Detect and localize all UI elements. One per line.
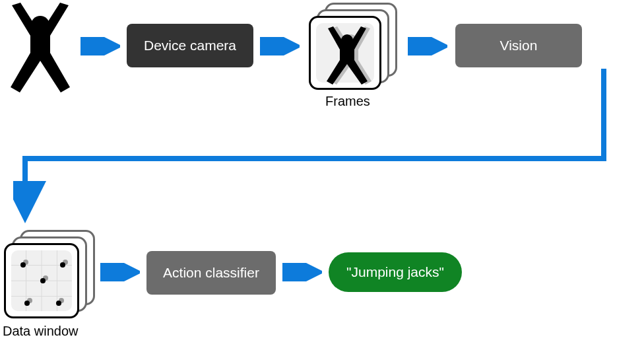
device-camera-label: Device camera xyxy=(144,38,236,54)
result-label: "Jumping jacks" xyxy=(346,264,444,280)
action-classifier-label: Action classifier xyxy=(163,265,259,281)
person-icon xyxy=(4,3,77,92)
arrow-icon xyxy=(13,66,620,238)
data-window-caption: Data window xyxy=(3,324,79,339)
vision-label: Vision xyxy=(500,38,538,54)
frames-node xyxy=(309,3,400,91)
diagram-canvas: Device camera xyxy=(0,0,644,362)
device-camera-node: Device camera xyxy=(127,24,253,67)
result-node: "Jumping jacks" xyxy=(329,252,462,292)
frames-caption: Frames xyxy=(325,94,370,109)
arrow-icon xyxy=(100,263,140,281)
arrow-icon xyxy=(282,263,322,281)
data-window-node xyxy=(4,230,98,318)
arrow-icon xyxy=(80,37,120,55)
arrow-icon xyxy=(408,37,447,55)
vision-node: Vision xyxy=(455,24,582,67)
action-classifier-node: Action classifier xyxy=(146,251,276,295)
arrow-icon xyxy=(260,37,300,55)
